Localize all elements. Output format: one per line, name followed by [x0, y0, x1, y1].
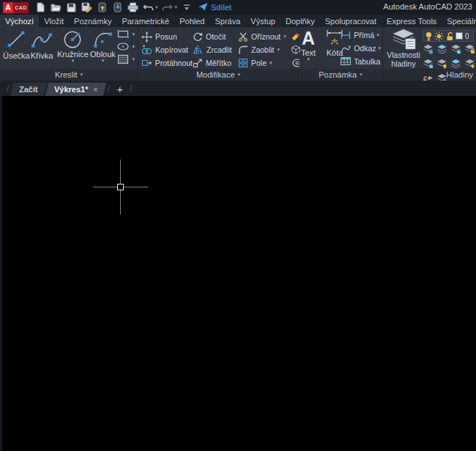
layer-tool-icon[interactable] [450, 59, 461, 72]
hatch-icon [116, 54, 130, 64]
text-icon: A [302, 29, 315, 48]
ribbon-tab-parametricke[interactable]: Parametrické [116, 15, 174, 27]
new-drawing-button[interactable]: + [116, 84, 123, 94]
array-icon [238, 58, 248, 68]
drawing-canvas[interactable] [0, 96, 476, 451]
layer-properties-button[interactable]: Vlastnosti hladiny [386, 29, 421, 68]
rotate-button[interactable]: Otočit [193, 31, 238, 42]
ribbon-tab-express-tools[interactable]: Express Tools [382, 15, 442, 27]
ribbon-tab-doplnky[interactable]: Doplňky [280, 15, 320, 27]
polyline-button[interactable]: Křivka [30, 29, 53, 60]
open-web-mobile-icon[interactable] [96, 1, 108, 13]
save-web-mobile-icon[interactable] [111, 1, 123, 13]
copy-label: Kopírovat [155, 45, 188, 54]
table-button[interactable]: Tabulka [340, 56, 381, 67]
ribbon-tab-spolupracovat[interactable]: Spolupracovat [320, 15, 382, 27]
rectangle-button[interactable]: ▾ [116, 29, 135, 39]
circle-dropdown-icon[interactable]: ▾ [72, 59, 75, 63]
redo-icon[interactable] [162, 1, 174, 13]
line-label: Úsečka [3, 51, 30, 60]
title-bar: A CAD [0, 0, 476, 15]
panel-label-text: Poznámka [319, 70, 357, 79]
undo-icon[interactable] [142, 1, 154, 13]
arc-dropdown-icon[interactable]: ▾ [102, 59, 105, 63]
redo-dropdown-icon[interactable]: ▾ [175, 4, 178, 10]
bulb-icon [425, 31, 433, 41]
polyline-icon [30, 29, 53, 51]
undo-dropdown-icon[interactable]: ▾ [155, 4, 158, 10]
trim-dropdown-icon[interactable]: ▾ [283, 34, 286, 40]
hatch-dropdown-icon[interactable]: ▾ [132, 56, 135, 62]
leader-dropdown-icon[interactable]: ▾ [378, 45, 381, 51]
rectangle-dropdown-icon[interactable]: ▾ [132, 31, 135, 37]
leader-button[interactable]: Odkaz ▾ [340, 42, 381, 53]
ribbon-tab-poznamky[interactable]: Poznámky [69, 15, 116, 27]
stretch-button[interactable]: Protáhnout [141, 58, 193, 68]
file-tab-zacit[interactable]: Začít [10, 83, 47, 96]
ribbon-tab-vystup[interactable]: Výstup [245, 15, 280, 27]
array-button[interactable]: Pole ▾ [238, 58, 291, 68]
table-icon [340, 56, 352, 66]
scale-icon [193, 58, 203, 68]
file-tab-vykres1[interactable]: Výkres1* × [45, 83, 106, 96]
fillet-button[interactable]: Zaoblit ▾ [238, 45, 291, 55]
mirror-button[interactable]: Zrcadlit [193, 45, 238, 55]
trim-button[interactable]: Oříznout ▾ [238, 31, 291, 42]
layer-tool-icon[interactable] [450, 44, 461, 57]
text-button[interactable]: A Text ▾ [301, 29, 316, 61]
trim-icon [238, 31, 248, 42]
panel-label-modifikace[interactable]: Modifikace ▾ [138, 69, 298, 81]
plot-icon[interactable] [127, 1, 138, 13]
fillet-dropdown-icon[interactable]: ▾ [278, 47, 280, 53]
scale-button[interactable]: Měřítko [193, 58, 238, 68]
ellipse-button[interactable]: ▾ [116, 42, 135, 51]
layer-select[interactable]: 0 [423, 30, 474, 42]
share-button[interactable]: Sdílet [198, 3, 231, 12]
layer-tool-icon[interactable] [423, 59, 434, 72]
layer-tool-icon[interactable] [436, 59, 447, 72]
save-as-icon[interactable] [81, 1, 92, 13]
canvas-edge [0, 96, 2, 451]
text-dropdown-icon[interactable]: ▾ [307, 57, 310, 61]
panel-dropdown-icon: ▾ [360, 72, 362, 78]
file-tab-label: Výkres1* [54, 85, 89, 94]
ribbon-tab-specialni-aplikace[interactable]: Speciální aplikace [442, 15, 476, 27]
ellipse-dropdown-icon[interactable]: ▾ [132, 44, 135, 50]
mirror-label: Zrcadlit [207, 45, 231, 54]
close-tab-icon[interactable]: × [93, 85, 97, 94]
app-menu-button[interactable]: A CAD [3, 2, 29, 13]
ribbon-tab-pohled[interactable]: Pohled [174, 15, 209, 27]
circle-button[interactable]: Kružnice ▾ [57, 29, 89, 63]
layer-tool-icon[interactable] [423, 44, 434, 57]
layer-tool-icon[interactable] [436, 44, 447, 57]
ellipse-icon [116, 42, 130, 51]
open-file-icon[interactable] [50, 1, 62, 13]
layer-tool-icon[interactable] [464, 44, 475, 57]
panel-label-kreslit[interactable]: Kreslit ▾ [0, 69, 138, 81]
arc-button[interactable]: Oblouk ▾ [90, 29, 116, 63]
line-icon [5, 29, 27, 51]
stretch-icon [141, 58, 152, 68]
copy-button[interactable]: Kopírovat [141, 45, 193, 55]
table-label: Tabulka [354, 57, 380, 66]
new-file-icon[interactable] [34, 1, 46, 13]
layer-tool-icon[interactable] [464, 59, 475, 72]
line-button[interactable]: Úsečka [3, 29, 30, 60]
copy-icon [141, 45, 152, 55]
ribbon-tab-sprava[interactable]: Správa [209, 15, 245, 27]
autocad-logo-icon: A [3, 2, 13, 13]
ribbon-tab-vychozi[interactable]: Výchozí [0, 15, 39, 27]
leader-label: Odkaz [354, 44, 376, 53]
linear-dropdown-icon[interactable]: ▾ [376, 32, 379, 38]
save-icon[interactable] [65, 1, 77, 13]
scale-label: Měřítko [206, 59, 231, 67]
ribbon-tab-vlozit[interactable]: Vložit [39, 15, 69, 27]
linear-dimension-button[interactable]: Přímá ▾ [340, 29, 381, 40]
quick-access-toolbar: ▾ ▾ [34, 1, 193, 13]
move-button[interactable]: Posun [141, 31, 193, 42]
leader-icon [340, 44, 352, 53]
array-dropdown-icon[interactable]: ▾ [269, 60, 272, 66]
hatch-button[interactable]: ▾ [116, 54, 135, 64]
panel-label-poznamka[interactable]: Poznámka ▾ [299, 69, 382, 81]
customize-qat-icon[interactable] [181, 1, 193, 13]
